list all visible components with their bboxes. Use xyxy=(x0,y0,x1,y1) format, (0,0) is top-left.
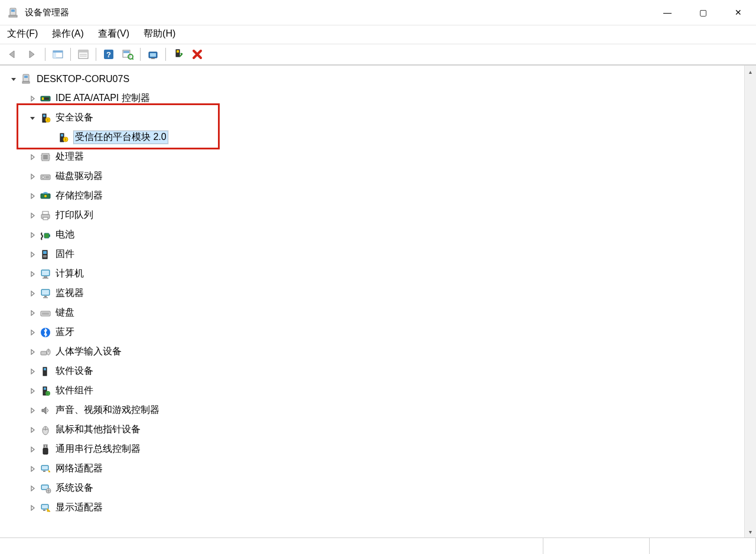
chevron-right-icon[interactable] xyxy=(27,503,38,513)
svg-rect-13 xyxy=(123,51,129,53)
svg-rect-73 xyxy=(44,387,46,390)
status-pane xyxy=(0,538,543,554)
help-button[interactable]: ? xyxy=(100,46,118,63)
svg-rect-61 xyxy=(44,296,47,297)
chevron-right-icon[interactable] xyxy=(27,230,38,240)
tree-node-mon[interactable]: 监视器 xyxy=(2,283,744,303)
tree-node-hid[interactable]: 人体学输入设备 xyxy=(2,342,744,361)
chevron-right-icon[interactable] xyxy=(27,210,38,221)
toolbar-separator xyxy=(70,48,71,61)
svg-rect-31 xyxy=(61,134,63,136)
chevron-right-icon[interactable] xyxy=(27,366,38,377)
tree-node-mouse[interactable]: 鼠标和其他指针设备 xyxy=(2,420,744,439)
app-icon xyxy=(7,6,19,18)
svg-rect-44 xyxy=(45,176,49,178)
chevron-right-icon[interactable] xyxy=(27,483,38,494)
tree-node-fw[interactable]: 固件 xyxy=(2,245,744,264)
chevron-right-icon[interactable] xyxy=(27,425,38,435)
titlebar: 设备管理器 — ▢ ✕ xyxy=(0,0,756,25)
chevron-right-icon[interactable] xyxy=(27,288,38,299)
tree-node-net[interactable]: 网络适配器 xyxy=(2,459,744,478)
svg-rect-88 xyxy=(42,485,48,489)
maximize-button[interactable]: ▢ xyxy=(685,0,721,25)
close-button[interactable]: ✕ xyxy=(721,0,756,25)
chevron-right-icon[interactable] xyxy=(27,464,38,474)
chevron-right-icon[interactable] xyxy=(27,386,38,396)
chevron-down-icon[interactable] xyxy=(27,113,38,123)
printq-icon xyxy=(39,209,52,222)
chevron-right-icon[interactable] xyxy=(27,93,38,104)
tree-node-label: 人体学输入设备 xyxy=(56,346,122,358)
vertical-scrollbar[interactable]: ▴ ▾ xyxy=(744,66,756,537)
tree-node-cpu[interactable]: 处理器 xyxy=(2,147,744,167)
properties-button[interactable] xyxy=(74,46,92,63)
chevron-right-icon[interactable] xyxy=(27,191,38,201)
svg-rect-60 xyxy=(42,290,49,295)
menu-action[interactable]: 操作(A) xyxy=(52,28,83,40)
chevron-right-icon[interactable] xyxy=(27,249,38,260)
chevron-right-icon[interactable] xyxy=(27,308,38,318)
tree-node-label: DESKTOP-CORU07S xyxy=(37,74,129,84)
net-icon xyxy=(39,462,52,475)
toolbar-separator xyxy=(45,48,45,61)
tree-node-bt[interactable]: 蓝牙 xyxy=(2,322,744,342)
tree-node-label: 受信任的平台模块 2.0 xyxy=(73,131,168,144)
uninstall-device-button[interactable] xyxy=(188,46,206,63)
show-hide-console-tree-button[interactable] xyxy=(49,46,67,63)
chevron-none xyxy=(45,132,56,143)
tree-node-sec[interactable]: 安全设备 xyxy=(2,108,744,128)
svg-rect-58 xyxy=(43,278,48,279)
tree-node-sys[interactable]: 系统设备 xyxy=(2,478,744,498)
menu-view[interactable]: 查看(V) xyxy=(98,28,129,40)
scan-hardware-button[interactable] xyxy=(119,46,136,63)
chevron-right-icon[interactable] xyxy=(27,405,38,416)
scroll-down-icon[interactable]: ▾ xyxy=(745,526,756,537)
menu-file[interactable]: 文件(F) xyxy=(7,28,38,40)
stor-icon xyxy=(39,190,52,203)
svg-rect-49 xyxy=(43,217,48,220)
chevron-right-icon[interactable] xyxy=(27,269,38,279)
nav-back-button[interactable] xyxy=(5,46,22,63)
chevron-right-icon[interactable] xyxy=(27,347,38,357)
enable-device-button[interactable] xyxy=(170,46,187,63)
tree-node-comp[interactable]: 计算机 xyxy=(2,264,744,283)
tree-node-swcmp[interactable]: 软件组件 xyxy=(2,381,744,400)
svg-rect-51 xyxy=(49,234,50,237)
chevron-down-icon[interactable] xyxy=(8,74,19,84)
tree-node-label: 系统设备 xyxy=(56,482,93,494)
tree-node-batt[interactable]: 电池 xyxy=(2,225,744,245)
tree-node-kb[interactable]: 键盘 xyxy=(2,303,744,322)
tree-node-ide[interactable]: IDE ATA/ATAPI 控制器 xyxy=(2,89,744,108)
tree-node-audio[interactable]: 声音、视频和游戏控制器 xyxy=(2,400,744,420)
tree-node-disp[interactable]: 显示适配器 xyxy=(2,498,744,517)
chevron-right-icon[interactable] xyxy=(27,152,38,162)
svg-rect-53 xyxy=(43,251,47,254)
menu-help[interactable]: 帮助(H) xyxy=(144,28,175,40)
usb-icon xyxy=(39,443,52,456)
tree-node-root[interactable]: DESKTOP-CORU07S xyxy=(2,69,744,89)
svg-rect-4 xyxy=(53,51,63,53)
tree-node-printq[interactable]: 打印队列 xyxy=(2,206,744,225)
svg-rect-56 xyxy=(42,271,49,275)
svg-rect-86 xyxy=(43,471,45,472)
nav-forward-button[interactable] xyxy=(24,46,41,63)
minimize-button[interactable]: — xyxy=(650,0,685,25)
device-tree[interactable]: DESKTOP-CORU07SIDE ATA/ATAPI 控制器安全设备受信任的… xyxy=(0,66,744,537)
tree-node-stor[interactable]: 存储控制器 xyxy=(2,186,744,206)
chevron-right-icon[interactable] xyxy=(27,444,38,455)
mouse-icon xyxy=(39,423,52,436)
tree-node-swdev[interactable]: 软件设备 xyxy=(2,361,744,381)
tree-node-disk[interactable]: 磁盘驱动器 xyxy=(2,167,744,186)
tree-node-usb[interactable]: 通用串行总线控制器 xyxy=(2,439,744,459)
update-driver-button[interactable] xyxy=(144,46,162,63)
scroll-up-icon[interactable]: ▴ xyxy=(745,66,756,77)
svg-rect-16 xyxy=(150,53,156,57)
svg-rect-19 xyxy=(177,50,179,53)
chevron-right-icon[interactable] xyxy=(27,171,38,182)
tree-node-tpm[interactable]: 受信任的平台模块 2.0 xyxy=(2,128,744,147)
chevron-right-icon[interactable] xyxy=(27,327,38,338)
statusbar xyxy=(0,537,756,554)
tree-node-label: 安全设备 xyxy=(56,112,93,124)
svg-rect-50 xyxy=(44,233,49,238)
tree-node-label: 鼠标和其他指针设备 xyxy=(56,423,141,436)
